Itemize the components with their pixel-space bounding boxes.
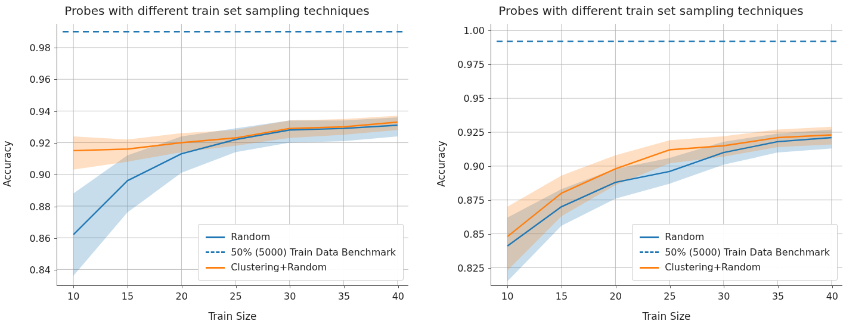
plot-area: 0.840.860.880.900.920.940.960.9810152025…: [57, 24, 408, 286]
legend-label: Random: [231, 229, 270, 245]
x-tick-label: 20: [610, 291, 622, 302]
y-tick-label: 1.00: [449, 25, 485, 36]
legend-swatch: [640, 236, 659, 238]
chart-title: Probes with different train set sampling…: [434, 4, 868, 18]
x-tick-label: 40: [392, 291, 404, 302]
y-axis-label: Accuracy: [1, 141, 13, 187]
x-axis-label: Train Size: [57, 310, 408, 322]
y-tick-label: 0.92: [15, 138, 51, 149]
y-tick-label: 0.84: [15, 264, 51, 276]
x-tick-label: 20: [176, 291, 188, 302]
legend-swatch: [206, 251, 225, 253]
x-tick-label: 10: [67, 291, 79, 302]
x-tick-label: 30: [284, 291, 296, 302]
x-tick-label: 30: [718, 291, 730, 302]
y-tick-label: 0.90: [449, 161, 485, 172]
plot-area: 0.8250.850.8750.900.9250.950.9751.001015…: [491, 24, 842, 286]
y-tick-label: 0.975: [449, 59, 485, 70]
x-tick-label: 15: [122, 291, 134, 302]
y-tick-label: 0.925: [449, 127, 485, 138]
x-axis-label: Train Size: [491, 310, 842, 322]
y-tick-label: 0.88: [15, 201, 51, 212]
legend-entry: 50% (5000) Train Data Benchmark: [640, 245, 830, 260]
legend-label: Clustering+Random: [665, 260, 761, 275]
y-tick-label: 0.875: [449, 195, 485, 206]
chart-title: Probes with different train set sampling…: [0, 4, 434, 18]
legend-label: Random: [665, 229, 704, 245]
y-tick-label: 0.96: [15, 74, 51, 85]
x-tick-label: 10: [501, 291, 513, 302]
legend-label: 50% (5000) Train Data Benchmark: [665, 245, 830, 260]
x-tick-label: 15: [556, 291, 568, 302]
x-tick-label: 35: [772, 291, 784, 302]
legend-entry: Random: [640, 229, 830, 245]
legend-entry: Clustering+Random: [206, 260, 396, 275]
legend-swatch: [206, 236, 225, 238]
x-tick-label: 40: [826, 291, 838, 302]
y-axis-label: Accuracy: [435, 141, 447, 187]
legend-entry: 50% (5000) Train Data Benchmark: [206, 245, 396, 260]
legend-label: 50% (5000) Train Data Benchmark: [231, 245, 396, 260]
legend-entry: Clustering+Random: [640, 260, 830, 275]
y-tick-label: 0.98: [15, 42, 51, 54]
y-tick-label: 0.94: [15, 105, 51, 117]
x-tick-label: 25: [230, 291, 241, 302]
x-tick-label: 35: [338, 291, 350, 302]
legend-label: Clustering+Random: [231, 260, 327, 275]
y-tick-label: 0.90: [15, 169, 51, 180]
y-tick-label: 0.86: [15, 233, 51, 244]
legend-swatch: [640, 267, 659, 269]
legend: Random50% (5000) Train Data BenchmarkClu…: [632, 224, 838, 281]
legend-swatch: [640, 251, 659, 253]
legend-swatch: [206, 267, 225, 269]
y-tick-label: 0.95: [449, 93, 485, 104]
left-panel: Probes with different train set sampling…: [0, 0, 434, 327]
legend: Random50% (5000) Train Data BenchmarkClu…: [198, 224, 404, 281]
y-tick-label: 0.825: [449, 263, 485, 274]
legend-entry: Random: [206, 229, 396, 245]
x-tick-label: 25: [664, 291, 675, 302]
right-panel: Probes with different train set sampling…: [434, 0, 868, 327]
figure: Probes with different train set sampling…: [0, 0, 868, 327]
y-tick-label: 0.85: [449, 229, 485, 240]
